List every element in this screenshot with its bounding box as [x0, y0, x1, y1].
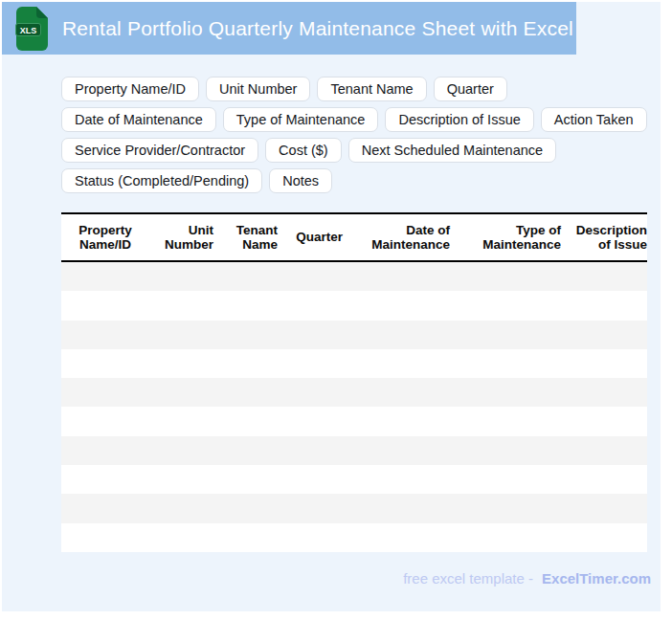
- tag-chip[interactable]: Tenant Name: [317, 77, 426, 101]
- tag-chip[interactable]: Notes: [269, 168, 332, 193]
- table-empty-row: [61, 494, 647, 522]
- table-empty-row: [61, 262, 647, 291]
- tag-chip[interactable]: Status (Completed/Pending): [61, 168, 262, 193]
- xls-icon-label: XLS: [20, 25, 37, 34]
- table-empty-row: [61, 321, 647, 349]
- page-title: Rental Portfolio Quarterly Maintenance S…: [62, 17, 573, 40]
- column-header: Quarter: [278, 214, 343, 260]
- tag-chip[interactable]: Description of Issue: [385, 107, 533, 132]
- tag-chip[interactable]: Action Taken: [541, 107, 647, 132]
- maintenance-table: Property Name/IDUnit NumberTenant NameQu…: [61, 212, 647, 552]
- tag-chip[interactable]: Service Provider/Contractor: [61, 138, 258, 163]
- table-empty-row: [61, 407, 647, 435]
- tag-chip[interactable]: Quarter: [434, 77, 507, 101]
- table-header-row: Property Name/IDUnit NumberTenant NameQu…: [61, 212, 647, 262]
- tag-chip[interactable]: Date of Maintenance: [61, 107, 216, 132]
- column-header: Date of Maintenance: [343, 214, 450, 260]
- table-empty-row: [61, 349, 647, 378]
- page-background: XLS Rental Portfolio Quarterly Maintenan…: [2, 2, 661, 611]
- title-bar: XLS Rental Portfolio Quarterly Maintenan…: [2, 2, 576, 55]
- tag-chip[interactable]: Unit Number: [206, 77, 310, 101]
- table-empty-row: [61, 436, 647, 465]
- tag-list: Property Name/IDUnit NumberTenant NameQu…: [61, 77, 651, 193]
- tag-chip[interactable]: Type of Maintenance: [223, 107, 379, 132]
- table-empty-row: [61, 465, 647, 494]
- footer-credit-text: free excel template -: [403, 570, 533, 587]
- column-header: Property Name/ID: [61, 214, 149, 260]
- tag-chip[interactable]: Property Name/ID: [61, 77, 199, 101]
- tag-chip[interactable]: Cost ($): [265, 138, 342, 163]
- footer-credit: free excel template - ExcelTimer.com: [403, 570, 651, 587]
- table-empty-row: [61, 523, 647, 552]
- table-body: [61, 262, 647, 552]
- table-empty-row: [61, 291, 647, 320]
- column-header: Type of Maintenance: [450, 214, 561, 260]
- column-header: Unit Number: [149, 214, 213, 260]
- tag-chip[interactable]: Next Scheduled Maintenance: [348, 138, 556, 163]
- brand-link[interactable]: ExcelTimer.com: [542, 570, 651, 587]
- table-empty-row: [61, 378, 647, 407]
- xls-file-icon: XLS: [15, 7, 48, 51]
- column-header: Tenant Name: [213, 214, 278, 260]
- column-header: Description of Issue: [561, 214, 647, 260]
